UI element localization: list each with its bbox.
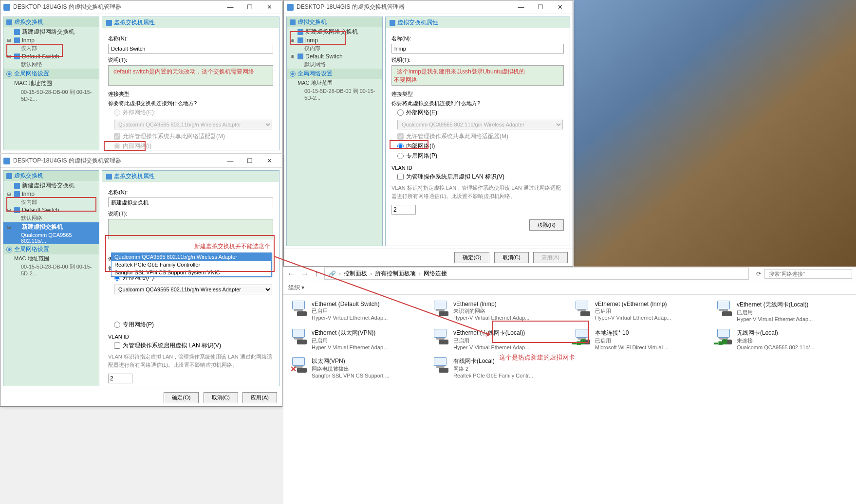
refresh-button[interactable]: ⟳ <box>753 270 764 277</box>
search-input[interactable] <box>764 269 852 279</box>
network-item[interactable]: vEthernet (Default Switch) 已启用 Hyper-V V… <box>288 299 426 324</box>
adapter-desc: Sangfor SSL VPN CS Support ... <box>312 373 424 378</box>
tree-item-new-vswitch-sel[interactable]: ⊞新建虚拟交换机 <box>3 222 99 232</box>
tree-item-new-switch[interactable]: 新建虚拟网络交换机 <box>3 181 99 190</box>
switch-icon <box>14 54 20 59</box>
tree-section-vswitch[interactable]: 虚拟交换机 <box>3 17 99 27</box>
crumb[interactable]: 所有控制面板项 <box>375 270 416 278</box>
ext-net-radio[interactable] <box>397 109 404 116</box>
cancel-button[interactable]: 取消(C) <box>494 252 529 263</box>
expand-icon[interactable]: ⊞ <box>7 224 12 231</box>
tree-item-new-switch[interactable]: 新建虚拟网络交换机 <box>287 27 382 36</box>
tree-item-default-switch[interactable]: ⊞Default Switch <box>287 53 382 60</box>
tree-section-global[interactable]: 全局网络设置 <box>3 69 99 79</box>
network-item[interactable]: vEthernet (vEthernet (lnmp) 已启用 Hyper-V … <box>572 299 709 324</box>
maximize-button[interactable]: ☐ <box>531 0 550 14</box>
tree-item-mac-range[interactable]: MAC 地址范围 <box>287 79 382 87</box>
tree-item-new-switch[interactable]: 新建虚拟网络交换机 <box>3 27 99 36</box>
adapter-status: 已启用 <box>312 307 424 315</box>
breadcrumb[interactable]: 🔗 › 控制面板 › 所有控制面板项 › 网络连接 <box>324 268 749 280</box>
expand-icon[interactable]: ⊞ <box>7 191 12 198</box>
name-input[interactable] <box>108 198 273 207</box>
name-input[interactable] <box>108 44 273 54</box>
tree-item-mac-range[interactable]: MAC 地址范围 <box>3 254 99 263</box>
vlan-check[interactable] <box>114 342 120 349</box>
network-item[interactable]: ▂▄▆ 无线网卡(Local) 未连接 Qualcomm QCA9565 802… <box>713 327 851 352</box>
network-item[interactable]: ✕ 以太网(VPN) 网络电缆被拔出 Sangfor SSL VPN CS Su… <box>288 355 426 380</box>
tree-item-internal-only[interactable]: 仅内部 <box>3 44 99 53</box>
close-button[interactable]: ✕ <box>260 154 279 167</box>
tree-item-lnmp[interactable]: ⊞lnmp <box>287 36 382 44</box>
dropdown-item[interactable]: Realtek PCIe GbE Family Controller <box>112 261 271 269</box>
tree-item-default-net[interactable]: 默认网络 <box>3 214 99 222</box>
expand-icon[interactable]: ⊞ <box>7 207 12 214</box>
organize-menu[interactable]: 组织 ▾ <box>288 284 304 292</box>
tree-item-default-net[interactable]: 默认网络 <box>3 60 99 69</box>
adapter-name: vEthernet (有线网卡(Local)) <box>453 329 566 337</box>
titlebar[interactable]: DESKTOP-18U4GIS 的虚拟交换机管理器 — ☐ ✕ <box>0 154 282 168</box>
ok-button[interactable]: 确定(O) <box>454 252 489 263</box>
network-item[interactable]: vEthernet (有线网卡(Local)) 已启用 Hyper-V Virt… <box>430 327 568 352</box>
desc-box[interactable] <box>108 219 273 239</box>
tree-item-default-switch[interactable]: ⊞Default Switch <box>3 53 99 60</box>
maximize-button[interactable]: ☐ <box>240 154 260 167</box>
adapter-desc: Hyper-V Virtual Ethernet Adap... <box>453 344 566 350</box>
minimize-button[interactable]: — <box>511 0 531 14</box>
vlan-input[interactable] <box>391 205 416 215</box>
adapter-dropdown[interactable]: Qualcomm QCA9565 802.11b/g/n Wireless Ad… <box>111 252 272 277</box>
tree-item-lnmp[interactable]: ⊞lnmp <box>3 190 99 198</box>
tree-section-global[interactable]: 全局网络设置 <box>3 244 99 254</box>
int-net-radio[interactable] <box>397 143 404 149</box>
tree-section-vswitch[interactable]: 虚拟交换机 <box>3 171 99 181</box>
network-item[interactable]: ▂▄▆ 本地连接* 10 已启用 Microsoft Wi-Fi Direct … <box>572 327 709 352</box>
minimize-button[interactable]: — <box>221 0 240 14</box>
minimize-button[interactable]: — <box>221 154 240 167</box>
pri-net-radio[interactable] <box>114 322 120 328</box>
tree-section-vswitch[interactable]: 虚拟交换机 <box>287 17 382 27</box>
tree-item-default-switch[interactable]: ⊞Default Switch <box>3 206 99 214</box>
back-button[interactable]: ← <box>287 270 295 278</box>
titlebar[interactable]: DESKTOP-18U4GIS 的虚拟交换机管理器 — ☐ ✕ <box>284 0 573 14</box>
expand-icon[interactable]: ⊞ <box>291 53 296 60</box>
dropdown-item[interactable]: Qualcomm QCA9565 802.11b/g/n Wireless Ad… <box>112 253 271 261</box>
ok-button[interactable]: 确定(O) <box>164 392 199 403</box>
remove-button[interactable]: 移除(R) <box>529 219 564 231</box>
expand-icon[interactable]: ⊞ <box>7 53 12 60</box>
vlan-input[interactable] <box>108 374 132 383</box>
tree-item-internal-only[interactable]: 仅内部 <box>3 198 99 206</box>
tree-item-default-net[interactable]: 默认网络 <box>287 60 382 69</box>
expand-icon[interactable]: ⊞ <box>291 37 296 44</box>
maximize-button[interactable]: ☐ <box>240 0 260 14</box>
titlebar[interactable]: DESKTOP-18U4GIS 的虚拟交换机管理器 — ☐ ✕ <box>0 0 282 14</box>
crumb[interactable]: 网络连接 <box>424 270 447 278</box>
name-input[interactable] <box>391 44 564 54</box>
crumb[interactable]: 控制面板 <box>344 270 367 278</box>
tree-item-mac-range[interactable]: MAC 地址范围 <box>3 79 99 88</box>
desc-label: 说明(T): <box>108 210 273 217</box>
tree-section-global[interactable]: 全局网络设置 <box>287 69 382 79</box>
dropdown-item[interactable]: Sangfor SSL VPN CS Support System VNIC <box>112 269 271 276</box>
switch-icon <box>14 191 20 197</box>
apply-button[interactable]: 应用(A) <box>242 392 277 403</box>
adapter-name: vEthernet (vEthernet (lnmp) <box>595 301 707 307</box>
cancel-button[interactable]: 取消(C) <box>204 392 238 403</box>
adapter-select[interactable]: Qualcomm QCA9565 802.11b/g/n Wireless Ad… <box>114 285 272 294</box>
pri-net-radio[interactable] <box>397 153 404 159</box>
tree-item-lnmp[interactable]: ⊞lnmp <box>3 36 99 44</box>
switch-icon <box>14 224 20 230</box>
close-button[interactable]: ✕ <box>550 0 570 14</box>
close-button[interactable]: ✕ <box>260 0 279 14</box>
network-item[interactable]: vEthernet (以太网(VPN)) 已启用 Hyper-V Virtual… <box>288 327 426 352</box>
network-item[interactable]: vEthernet (无线网卡(Local)) 已启用 Hyper-V Virt… <box>713 299 851 324</box>
adapter-icon: ▂▄▆ <box>574 329 592 344</box>
vlan-check[interactable] <box>397 174 404 180</box>
name-label: 名称(N): <box>391 35 564 42</box>
desc-box[interactable]: default switch是内置的无法改动，这个交换机需要网络 <box>108 65 273 86</box>
forward-button[interactable]: → <box>301 270 309 278</box>
tree-item-internal-only[interactable]: 仅内部 <box>287 44 382 53</box>
adapter-desc: Qualcomm QCA9565 802.11b/... <box>737 344 849 350</box>
tree-item-qualcomm[interactable]: Qualcomm QCA9565 802.11b/... <box>3 232 99 244</box>
apply-button[interactable]: 应用(A) <box>533 252 568 263</box>
expand-icon[interactable]: ⊞ <box>7 37 12 44</box>
desc-box[interactable]: 这个lnmp是我创建用来以ssh登录Ubuntu虚拟机的 不要网络 <box>391 65 564 86</box>
